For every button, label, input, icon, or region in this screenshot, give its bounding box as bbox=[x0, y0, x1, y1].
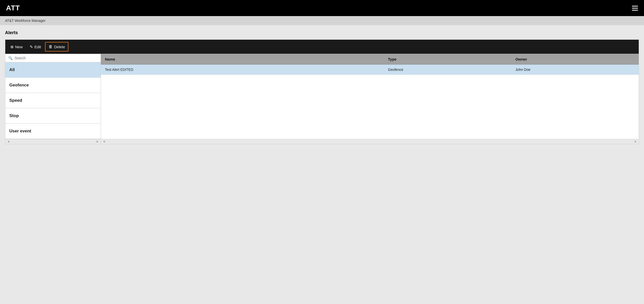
col-header-name: Name bbox=[101, 54, 384, 64]
cell-name: Test Alert EDITED bbox=[101, 65, 384, 75]
breadcrumb: AT&T Workforce Manager bbox=[0, 16, 644, 25]
header: ATT bbox=[0, 0, 644, 16]
new-icon: ⊕ bbox=[10, 44, 14, 49]
sidebar-scroll-right[interactable]: > bbox=[94, 139, 101, 144]
table-header: Name Type Owner bbox=[101, 54, 639, 65]
new-button[interactable]: ⊕ New bbox=[7, 42, 26, 51]
search-input[interactable] bbox=[15, 56, 98, 60]
left-sidebar: 🔍 All Geofence Speed Stop User event bbox=[5, 54, 101, 139]
category-item-all[interactable]: All bbox=[5, 62, 101, 78]
cell-owner: John Doe bbox=[511, 65, 639, 75]
edit-button[interactable]: ✎ Edit bbox=[27, 42, 44, 51]
page-content: Alerts ⊕ New ✎ Edit 🗑 Delete 🔍 bbox=[0, 25, 644, 149]
search-icon: 🔍 bbox=[8, 56, 13, 60]
delete-icon: 🗑 bbox=[49, 44, 53, 49]
category-item-geofence[interactable]: Geofence bbox=[5, 78, 101, 93]
right-scroll-bar: < > bbox=[101, 139, 639, 144]
left-scroll-bar: < > bbox=[5, 139, 101, 144]
search-box: 🔍 bbox=[5, 54, 101, 62]
table-body: Test Alert EDITED Geofence John Doe bbox=[101, 65, 639, 139]
category-item-user-event[interactable]: User event bbox=[5, 124, 101, 139]
delete-button[interactable]: 🗑 Delete bbox=[45, 42, 68, 52]
table-row[interactable]: Test Alert EDITED Geofence John Doe bbox=[101, 65, 639, 75]
hamburger-menu-icon[interactable] bbox=[632, 6, 638, 11]
bottom-scroll-area: < > < > bbox=[5, 139, 639, 144]
category-item-stop[interactable]: Stop bbox=[5, 108, 101, 124]
body-area: 🔍 All Geofence Speed Stop User event Nam… bbox=[5, 54, 639, 139]
page-title: Alerts bbox=[5, 30, 639, 35]
cell-type: Geofence bbox=[384, 65, 511, 75]
content-scroll-right[interactable]: > bbox=[632, 139, 639, 144]
col-header-owner: Owner bbox=[511, 54, 639, 64]
col-header-type: Type bbox=[384, 54, 511, 64]
sidebar-scroll-left[interactable]: < bbox=[5, 139, 12, 144]
content-scroll-left[interactable]: < bbox=[101, 139, 108, 144]
right-content: Name Type Owner Test Alert EDITED Geofen… bbox=[101, 54, 639, 139]
main-panel: ⊕ New ✎ Edit 🗑 Delete 🔍 bbox=[5, 39, 639, 144]
category-item-speed[interactable]: Speed bbox=[5, 93, 101, 108]
category-list: All Geofence Speed Stop User event bbox=[5, 62, 101, 139]
toolbar: ⊕ New ✎ Edit 🗑 Delete bbox=[5, 40, 639, 54]
edit-icon: ✎ bbox=[30, 44, 33, 49]
app-logo: ATT bbox=[6, 4, 20, 12]
